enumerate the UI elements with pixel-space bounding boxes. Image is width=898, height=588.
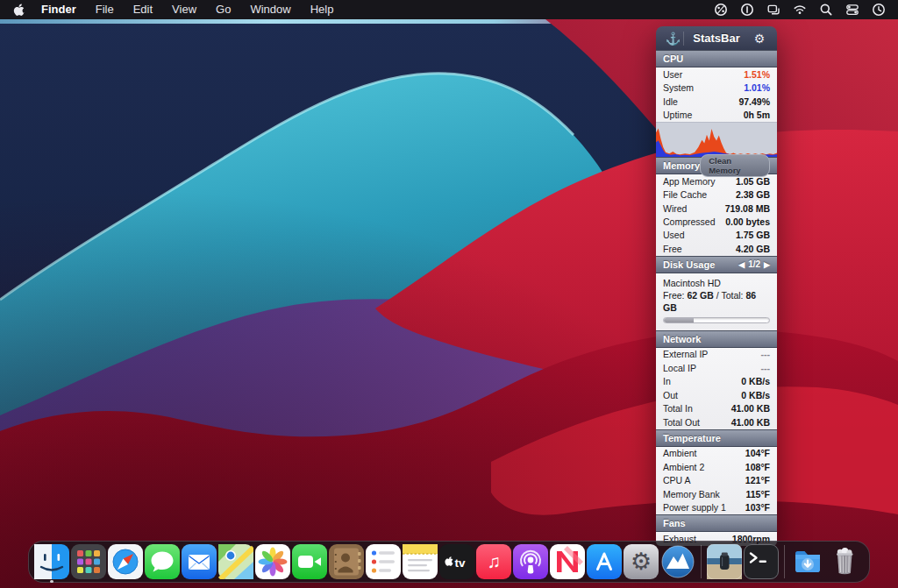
dock-finder-icon[interactable] [34, 544, 69, 579]
statsbar-panel: ⚓ StatsBar ⚙ CPU User 1.51% System 1.01%… [656, 26, 777, 546]
wifi-icon[interactable] [792, 3, 807, 18]
clean-memory-button[interactable]: Clean Memory [700, 154, 770, 177]
cpu-row-system: System 1.01% [656, 81, 777, 94]
dock-news-icon[interactable] [550, 544, 585, 579]
disk-section-title: Disk Usage [663, 259, 715, 270]
menu-help[interactable]: Help [301, 0, 344, 19]
menu-edit[interactable]: Edit [124, 0, 162, 19]
apple-menu-icon[interactable] [12, 3, 26, 17]
gear-icon[interactable]: ⚙ [749, 32, 770, 46]
disk-progress-bar [663, 317, 770, 323]
dock-reminders-icon[interactable] [366, 544, 401, 579]
temp-row-cpu-a: CPU A 121°F [656, 474, 777, 487]
memory-row-compressed: Compressed 0.00 bytes [656, 215, 777, 228]
menu-bar-status-area [713, 3, 886, 18]
dock-facetime-icon[interactable] [292, 544, 327, 579]
cpu-idle-value: 97.49% [738, 96, 770, 107]
network-section-body: External IP --- Local IP --- In 0 KB/s O… [656, 348, 777, 429]
disk-section-body: Macintosh HD Free: 62 GB / Total: 86 GB [656, 273, 777, 330]
dock-maps-icon[interactable] [218, 544, 253, 579]
temperature-section-body: Ambient 104°F Ambient 2 108°F CPU A 121°… [656, 447, 777, 514]
cpu-row-idle: Idle 97.49% [656, 95, 777, 108]
dock-system-preferences-icon[interactable]: ⚙ [624, 544, 659, 579]
power-status-icon[interactable] [739, 3, 754, 18]
temp-row-power-supply: Power supply 1 103°F [656, 501, 777, 514]
displays-icon[interactable] [766, 3, 780, 18]
disk-next-icon[interactable]: ▶ [764, 260, 770, 269]
network-row-out: Out 0 KB/s [656, 388, 777, 401]
statsbar-titlebar: ⚓ StatsBar ⚙ [656, 26, 777, 50]
music-note-glyph: ♫ [487, 551, 501, 572]
network-row-total-in: Total In 41.00 KB [656, 402, 777, 415]
dock-music-icon[interactable]: ♫ [476, 544, 511, 579]
dock-apple-tv-icon[interactable]: tv [439, 544, 474, 579]
cpu-section-title: CPU [663, 53, 683, 64]
temp-row-ambient2: Ambient 2 108°F [656, 460, 777, 473]
network-row-external-ip: External IP --- [656, 348, 777, 361]
dock-onyx-icon[interactable] [707, 544, 742, 579]
dock-messages-icon[interactable] [145, 544, 180, 579]
dock-statsbar-app-icon[interactable] [660, 544, 695, 579]
clock-icon[interactable] [871, 3, 886, 18]
cpu-row-user: User 1.51% [656, 67, 777, 81]
menu-app-name[interactable]: Finder [32, 0, 86, 19]
dock-photos-icon[interactable] [255, 544, 290, 579]
disk-free-total-line: Free: 62 GB / Total: 86 GB [663, 289, 770, 314]
cpu-section-header: CPU [656, 50, 777, 67]
cpu-system-value: 1.01% [744, 82, 770, 93]
desktop: Finder File Edit View Go Window Help [0, 0, 898, 588]
dock-trash-icon[interactable] [827, 544, 862, 579]
cpu-section-body: User 1.51% System 1.01% Idle 97.49% Upti… [656, 67, 777, 157]
gear-glyph: ⚙ [631, 550, 652, 574]
control-center-icon[interactable] [845, 3, 859, 18]
temperature-section-header: Temperature [656, 429, 777, 447]
memory-section-body: App Memory 1.05 GB File Cache 2.38 GB Wi… [656, 174, 777, 256]
menu-view[interactable]: View [162, 0, 206, 19]
menu-window[interactable]: Window [240, 0, 300, 19]
dock-contacts-icon[interactable] [329, 544, 364, 579]
temp-row-memory-bank: Memory Bank 115°F [656, 487, 777, 500]
dock-safari-icon[interactable] [108, 544, 143, 579]
spotlight-icon[interactable] [818, 3, 833, 18]
memory-row-used: Used 1.75 GB [656, 229, 777, 242]
memory-row-filecache: File Cache 2.38 GB [656, 188, 777, 201]
menu-go[interactable]: Go [206, 0, 240, 19]
network-section-title: Network [663, 334, 701, 344]
statsbar-menu-icon[interactable] [713, 3, 728, 18]
cpu-uptime-value: 0h 5m [744, 110, 770, 120]
dock-launchpad-icon[interactable] [71, 544, 106, 579]
cpu-usage-graph [656, 122, 777, 157]
disk-section-header: Disk Usage ◀ 1/2 ▶ [656, 256, 777, 273]
network-row-total-out: Total Out 41.00 KB [656, 415, 777, 429]
menu-bar: Finder File Edit View Go Window Help [0, 0, 898, 19]
cpu-row-uptime: Uptime 0h 5m [656, 108, 777, 121]
memory-section-header: Memory Clean Memory [656, 157, 777, 174]
dock-divider [784, 545, 785, 578]
anchor-icon[interactable]: ⚓ [663, 32, 684, 46]
svg-text:tv: tv [455, 556, 466, 570]
finder-running-indicator [50, 580, 53, 584]
panel-title: StatsBar [684, 32, 749, 45]
dock-terminal-icon[interactable] [744, 544, 779, 579]
network-row-local-ip: Local IP --- [656, 361, 777, 374]
disk-progress-fill [664, 318, 694, 322]
dock-podcasts-icon[interactable] [513, 544, 548, 579]
network-section-header: Network [656, 330, 777, 348]
dock: tv ♫ ⚙ [28, 541, 870, 583]
dock-downloads-folder-icon[interactable] [790, 544, 825, 579]
dock-mail-icon[interactable] [182, 544, 217, 579]
disk-pager: ◀ 1/2 ▶ [738, 259, 770, 269]
menu-file[interactable]: File [86, 0, 124, 19]
disk-volume-name: Macintosh HD [663, 277, 770, 289]
fans-section-title: Fans [663, 518, 686, 528]
disk-prev-icon[interactable]: ◀ [738, 260, 745, 269]
memory-row-wired: Wired 719.08 MB [656, 202, 777, 215]
fans-section-header: Fans [656, 514, 777, 532]
dock-divider [701, 545, 702, 578]
dock-notes-icon[interactable] [403, 544, 438, 579]
cpu-user-value: 1.51% [744, 69, 770, 80]
network-row-in: In 0 KB/s [656, 375, 777, 388]
memory-row-free: Free 4.20 GB [656, 242, 777, 255]
dock-app-store-icon[interactable] [587, 544, 622, 579]
disk-page-indicator: 1/2 [748, 259, 760, 269]
